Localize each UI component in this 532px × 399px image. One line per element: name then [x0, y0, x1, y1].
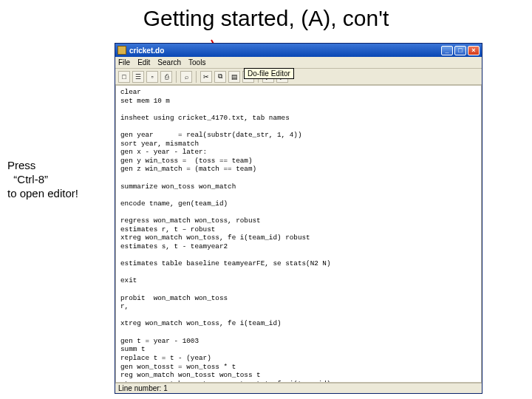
titlebar: cricket.do _ □ × [115, 44, 482, 57]
toolbar-separator [196, 71, 197, 83]
cut-icon[interactable]: ✂ [200, 71, 212, 83]
find-icon[interactable]: ⌕ [180, 71, 192, 83]
toolbar: □ ☰ ▫ ⎙ ⌕ ✂ ⧉ ▤ ↶ ▶ ▷ [115, 69, 482, 85]
slide-title: Getting started, (A), con't [0, 6, 532, 31]
tooltip: Do-file Editor [244, 68, 294, 79]
save-icon[interactable]: ▫ [146, 71, 158, 83]
side-note-line2: “Ctrl-8” [7, 173, 78, 187]
side-note: Press “Ctrl-8” to open editor! [7, 159, 78, 200]
menu-search[interactable]: Search [157, 58, 181, 66]
statusbar: Line number: 1 [115, 383, 482, 393]
new-icon[interactable]: □ [118, 71, 130, 83]
editor-window: cricket.do _ □ × File Edit Search Tools … [115, 43, 482, 394]
toolbar-separator [176, 71, 177, 83]
app-icon [117, 46, 126, 55]
side-note-line1: Press [7, 159, 78, 173]
window-controls: _ □ × [441, 46, 480, 55]
print-icon[interactable]: ⎙ [160, 71, 172, 83]
copy-icon[interactable]: ⧉ [214, 71, 226, 83]
close-button[interactable]: × [468, 46, 480, 55]
menu-edit[interactable]: Edit [137, 58, 150, 66]
code-editor[interactable]: clear set mem 10 m insheet using cricket… [115, 85, 482, 383]
maximize-button[interactable]: □ [454, 46, 466, 55]
paste-icon[interactable]: ▤ [228, 71, 240, 83]
menu-tools[interactable]: Tools [188, 58, 205, 66]
open-icon[interactable]: ☰ [132, 71, 144, 83]
menubar: File Edit Search Tools [115, 57, 482, 69]
minimize-button[interactable]: _ [441, 46, 453, 55]
window-title: cricket.do [129, 47, 441, 55]
menu-file[interactable]: File [118, 58, 130, 66]
side-note-line3: to open editor! [7, 187, 78, 201]
